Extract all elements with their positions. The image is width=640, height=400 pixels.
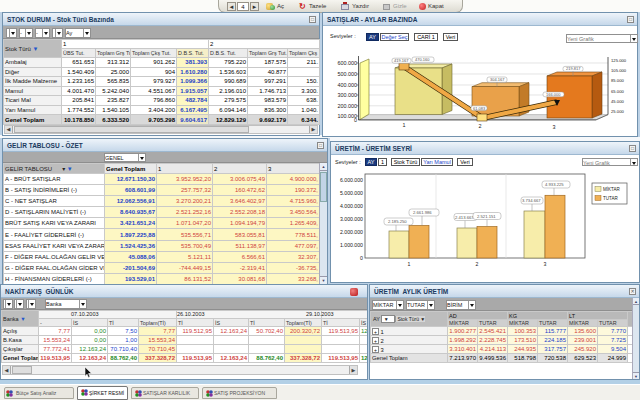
- svg-text:200.000: 200.000: [338, 103, 358, 109]
- svg-text:MİKTAR: MİKTAR: [603, 186, 620, 192]
- svg-text:45.000: 45.000: [611, 99, 624, 104]
- svg-text:1.000.000: 1.000.000: [340, 242, 363, 248]
- svg-text:0: 0: [360, 255, 363, 261]
- svg-text:3.000.000: 3.000.000: [340, 216, 363, 222]
- svg-text:3: 3: [553, 124, 556, 130]
- svg-text:65.000: 65.000: [611, 89, 624, 94]
- svg-text:6.000.000: 6.000.000: [340, 177, 363, 183]
- svg-text:419.167: 419.167: [394, 58, 409, 63]
- svg-text:219.817: 219.817: [566, 66, 581, 71]
- svg-text:2.413.667: 2.413.667: [455, 215, 474, 220]
- svg-text:2.661.986: 2.661.986: [413, 210, 432, 215]
- svg-text:470.160: 470.160: [415, 57, 430, 62]
- svg-text:166.000: 166.000: [546, 92, 561, 97]
- svg-text:4.933.225: 4.933.225: [545, 182, 564, 187]
- svg-text:125.000: 125.000: [611, 58, 627, 63]
- svg-text:600.000: 600.000: [338, 60, 358, 66]
- svg-text:5.000.000: 5.000.000: [340, 190, 363, 196]
- svg-text:105.000: 105.000: [611, 68, 627, 73]
- svg-text:304.167: 304.167: [490, 77, 505, 82]
- svg-text:0: 0: [354, 117, 357, 123]
- svg-text:61.083: 61.083: [473, 106, 486, 111]
- svg-text:2.521.151: 2.521.151: [477, 214, 496, 219]
- svg-text:2.185.250: 2.185.250: [388, 219, 407, 224]
- svg-text:2.000.000: 2.000.000: [340, 229, 363, 235]
- svg-text:300.000: 300.000: [338, 92, 358, 98]
- svg-text:2: 2: [479, 123, 482, 129]
- svg-text:1: 1: [408, 261, 411, 267]
- svg-text:2: 2: [476, 261, 479, 267]
- svg-text:3: 3: [544, 261, 547, 267]
- svg-text:1: 1: [403, 122, 406, 128]
- svg-text:400.000: 400.000: [338, 82, 358, 88]
- svg-text:4.000.000: 4.000.000: [340, 203, 363, 209]
- svg-text:500.000: 500.000: [338, 71, 358, 77]
- svg-text:TUTAR: TUTAR: [603, 196, 618, 201]
- svg-text:85.000: 85.000: [611, 78, 624, 83]
- svg-text:25.000: 25.000: [611, 109, 624, 114]
- svg-text:3.734.667: 3.734.667: [522, 198, 541, 203]
